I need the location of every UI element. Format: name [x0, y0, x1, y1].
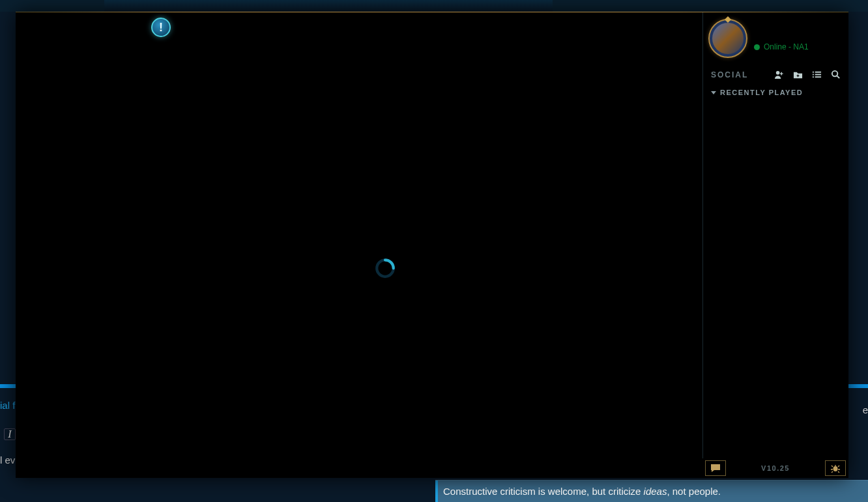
status-text: Online - NA1: [764, 42, 809, 51]
sort-list-icon[interactable]: [812, 70, 822, 79]
italic-format-icon[interactable]: I: [4, 428, 16, 440]
tip-prefix: Constructive criticism is welcome, but c…: [443, 486, 644, 497]
social-title: SOCIAL: [711, 70, 748, 79]
recently-played-group[interactable]: RECENTLY PLAYED: [703, 83, 848, 102]
svg-rect-3: [813, 72, 814, 73]
svg-rect-6: [815, 74, 821, 76]
chat-button[interactable]: [705, 460, 726, 476]
loading-spinner-icon: [374, 257, 396, 279]
tip-emphasis: ideas: [644, 486, 667, 497]
social-actions: [774, 70, 841, 79]
svg-rect-7: [813, 76, 814, 77]
bug-report-button[interactable]: [825, 460, 846, 476]
tip-suffix: , not people.: [667, 486, 721, 497]
status-line: Online - NA1: [754, 42, 809, 51]
profile-row[interactable]: Online - NA1: [703, 15, 848, 61]
page-link-fragment[interactable]: ial f: [0, 400, 15, 411]
version-label: V10.25: [761, 464, 790, 472]
avatar[interactable]: [708, 19, 747, 58]
modal-footer: V10.25: [702, 458, 848, 478]
page-header-strip-center: [104, 0, 553, 12]
svg-point-10: [833, 466, 838, 471]
page-text-fragment: l ev: [0, 454, 15, 466]
chevron-down-icon: [711, 91, 716, 94]
svg-rect-5: [813, 74, 814, 76]
add-folder-icon[interactable]: [793, 70, 803, 79]
svg-rect-4: [815, 72, 821, 73]
recently-played-label: RECENTLY PLAYED: [720, 89, 803, 96]
social-panel: Online - NA1 SOCIAL RE: [702, 12, 848, 478]
add-friend-icon[interactable]: [774, 70, 784, 79]
search-icon[interactable]: [831, 70, 841, 79]
tip-bar: Constructive criticism is welcome, but c…: [435, 480, 868, 502]
client-modal: ! ? Online - NA1 SOCIAL: [16, 12, 848, 478]
svg-rect-8: [815, 76, 821, 77]
tip-text: Constructive criticism is welcome, but c…: [443, 486, 721, 497]
notification-badge[interactable]: !: [151, 18, 171, 37]
svg-point-9: [832, 71, 837, 76]
exclamation-icon: !: [159, 21, 163, 35]
page-right-fragment: e: [863, 404, 868, 415]
social-header: SOCIAL: [703, 61, 848, 83]
tip-accent: [435, 481, 438, 502]
online-status-dot-icon: [754, 44, 760, 50]
svg-point-2: [776, 71, 780, 75]
